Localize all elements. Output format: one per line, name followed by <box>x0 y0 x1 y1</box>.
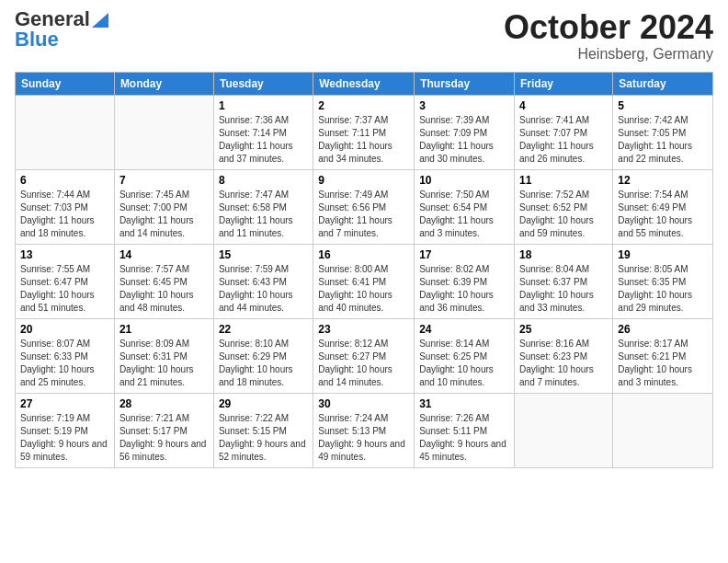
day-number: 28 <box>119 397 209 410</box>
day-cell: 6Sunrise: 7:44 AMSunset: 7:03 PMDaylight… <box>16 169 115 244</box>
day-cell: 17Sunrise: 8:02 AMSunset: 6:39 PMDayligh… <box>415 244 515 318</box>
day-cell: 24Sunrise: 8:14 AMSunset: 6:25 PMDayligh… <box>415 318 515 393</box>
page: General Blue October 2024 Heinsberg, Ger… <box>0 0 728 563</box>
day-info: Sunrise: 7:26 AMSunset: 5:11 PMDaylight:… <box>419 412 509 464</box>
sunrise-text: Sunrise: 7:45 AM <box>119 189 209 201</box>
sunrise-text: Sunrise: 8:17 AM <box>618 338 708 350</box>
day-number: 24 <box>419 323 509 336</box>
day-info: Sunrise: 7:59 AMSunset: 6:43 PMDaylight:… <box>219 263 308 315</box>
day-cell <box>613 393 713 467</box>
daylight-text: Daylight: 10 hours and 33 minutes. <box>519 289 608 315</box>
daylight-text: Daylight: 11 hours and 26 minutes. <box>519 140 608 166</box>
sunrise-text: Sunrise: 7:26 AM <box>419 412 509 425</box>
sunset-text: Sunset: 7:03 PM <box>20 201 109 214</box>
day-number: 20 <box>20 323 109 336</box>
sunset-text: Sunset: 7:07 PM <box>519 127 608 140</box>
sunrise-text: Sunrise: 8:04 AM <box>519 263 608 276</box>
day-info: Sunrise: 7:49 AMSunset: 6:56 PMDaylight:… <box>318 189 409 240</box>
col-friday: Friday <box>515 72 613 95</box>
day-cell: 9Sunrise: 7:49 AMSunset: 6:56 PMDaylight… <box>313 169 415 244</box>
day-info: Sunrise: 7:55 AMSunset: 6:47 PMDaylight:… <box>20 263 109 315</box>
day-cell: 5Sunrise: 7:42 AMSunset: 7:05 PMDaylight… <box>613 95 713 169</box>
day-cell: 21Sunrise: 8:09 AMSunset: 6:31 PMDayligh… <box>114 318 213 393</box>
logo-blue: Blue <box>15 29 59 50</box>
svg-marker-0 <box>92 13 108 28</box>
sunset-text: Sunset: 6:43 PM <box>219 276 308 289</box>
daylight-text: Daylight: 10 hours and 25 minutes. <box>20 363 109 389</box>
day-number: 30 <box>318 397 409 410</box>
day-info: Sunrise: 7:24 AMSunset: 5:13 PMDaylight:… <box>318 412 409 464</box>
sunrise-text: Sunrise: 7:52 AM <box>519 189 608 201</box>
sunrise-text: Sunrise: 7:19 AM <box>20 412 109 425</box>
day-cell <box>114 95 213 169</box>
daylight-text: Daylight: 11 hours and 22 minutes. <box>618 140 708 166</box>
sunset-text: Sunset: 5:15 PM <box>219 425 308 438</box>
sunrise-text: Sunrise: 7:59 AM <box>219 263 308 276</box>
day-number: 22 <box>219 323 308 336</box>
sunrise-text: Sunrise: 7:50 AM <box>419 189 509 201</box>
daylight-text: Daylight: 9 hours and 52 minutes. <box>219 438 308 464</box>
day-cell: 2Sunrise: 7:37 AMSunset: 7:11 PMDaylight… <box>313 95 415 169</box>
day-info: Sunrise: 7:44 AMSunset: 7:03 PMDaylight:… <box>20 189 109 240</box>
sunset-text: Sunset: 6:41 PM <box>318 276 409 289</box>
sunset-text: Sunset: 6:27 PM <box>318 350 409 363</box>
day-info: Sunrise: 8:16 AMSunset: 6:23 PMDaylight:… <box>519 338 608 389</box>
sunrise-text: Sunrise: 7:24 AM <box>318 412 409 425</box>
day-info: Sunrise: 7:19 AMSunset: 5:19 PMDaylight:… <box>20 412 109 464</box>
day-number: 27 <box>20 397 109 410</box>
title-block: October 2024 Heinsberg, Germany <box>504 9 713 63</box>
day-info: Sunrise: 7:52 AMSunset: 6:52 PMDaylight:… <box>519 189 608 240</box>
sunrise-text: Sunrise: 7:21 AM <box>119 412 209 425</box>
sunset-text: Sunset: 6:47 PM <box>20 276 109 289</box>
sunset-text: Sunset: 6:52 PM <box>519 201 608 214</box>
header: General Blue October 2024 Heinsberg, Ger… <box>15 9 713 63</box>
sunset-text: Sunset: 6:31 PM <box>119 350 209 363</box>
day-cell: 20Sunrise: 8:07 AMSunset: 6:33 PMDayligh… <box>16 318 115 393</box>
logo: General Blue <box>15 9 108 50</box>
daylight-text: Daylight: 10 hours and 51 minutes. <box>20 289 109 315</box>
week-row-4: 27Sunrise: 7:19 AMSunset: 5:19 PMDayligh… <box>16 393 713 467</box>
sunset-text: Sunset: 7:09 PM <box>419 127 509 140</box>
sunset-text: Sunset: 6:49 PM <box>618 201 708 214</box>
day-number: 25 <box>519 323 608 336</box>
daylight-text: Daylight: 11 hours and 7 minutes. <box>318 214 409 240</box>
day-number: 1 <box>219 99 308 112</box>
day-cell: 10Sunrise: 7:50 AMSunset: 6:54 PMDayligh… <box>415 169 515 244</box>
sunrise-text: Sunrise: 7:44 AM <box>20 189 109 201</box>
day-number: 26 <box>618 323 708 336</box>
day-cell: 3Sunrise: 7:39 AMSunset: 7:09 PMDaylight… <box>415 95 515 169</box>
day-info: Sunrise: 7:54 AMSunset: 6:49 PMDaylight:… <box>618 189 708 240</box>
sunset-text: Sunset: 6:29 PM <box>219 350 308 363</box>
day-number: 19 <box>618 248 708 261</box>
day-number: 10 <box>419 174 509 187</box>
day-number: 8 <box>219 174 308 187</box>
sunrise-text: Sunrise: 8:10 AM <box>219 338 308 350</box>
sunrise-text: Sunrise: 8:07 AM <box>20 338 109 350</box>
daylight-text: Daylight: 9 hours and 59 minutes. <box>20 438 109 464</box>
day-number: 12 <box>618 174 708 187</box>
col-wednesday: Wednesday <box>313 72 415 95</box>
day-info: Sunrise: 8:17 AMSunset: 6:21 PMDaylight:… <box>618 338 708 389</box>
day-cell: 13Sunrise: 7:55 AMSunset: 6:47 PMDayligh… <box>16 244 115 318</box>
day-info: Sunrise: 7:42 AMSunset: 7:05 PMDaylight:… <box>618 114 708 166</box>
day-info: Sunrise: 7:22 AMSunset: 5:15 PMDaylight:… <box>219 412 308 464</box>
day-info: Sunrise: 8:02 AMSunset: 6:39 PMDaylight:… <box>419 263 509 315</box>
day-number: 4 <box>519 99 608 112</box>
sunset-text: Sunset: 5:17 PM <box>119 425 209 438</box>
day-number: 2 <box>318 99 409 112</box>
sunrise-text: Sunrise: 8:12 AM <box>318 338 409 350</box>
sunset-text: Sunset: 6:37 PM <box>519 276 608 289</box>
day-number: 29 <box>219 397 308 410</box>
day-info: Sunrise: 7:39 AMSunset: 7:09 PMDaylight:… <box>419 114 509 166</box>
day-cell: 18Sunrise: 8:04 AMSunset: 6:37 PMDayligh… <box>515 244 613 318</box>
day-cell: 29Sunrise: 7:22 AMSunset: 5:15 PMDayligh… <box>213 393 313 467</box>
day-cell: 4Sunrise: 7:41 AMSunset: 7:07 PMDaylight… <box>515 95 613 169</box>
daylight-text: Daylight: 10 hours and 55 minutes. <box>618 214 708 240</box>
sunset-text: Sunset: 6:33 PM <box>20 350 109 363</box>
sunrise-text: Sunrise: 7:22 AM <box>219 412 308 425</box>
sunrise-text: Sunrise: 8:02 AM <box>419 263 509 276</box>
sunrise-text: Sunrise: 7:36 AM <box>219 114 308 127</box>
day-cell <box>16 95 115 169</box>
sunset-text: Sunset: 5:11 PM <box>419 425 509 438</box>
daylight-text: Daylight: 11 hours and 30 minutes. <box>419 140 509 166</box>
